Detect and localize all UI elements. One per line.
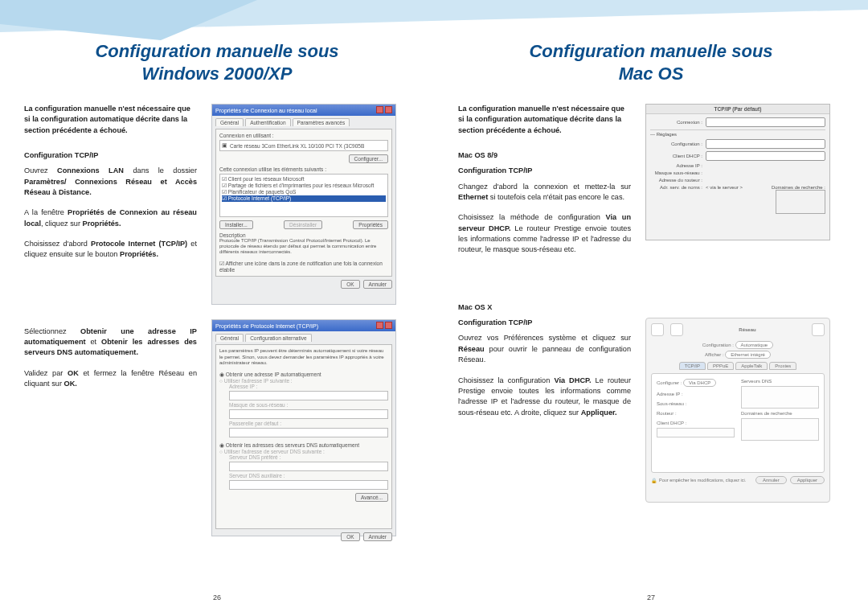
sel-conn [706, 117, 825, 127]
page-number-left: 26 [213, 593, 221, 602]
lbl-cli: Client DHCP : [650, 154, 702, 158]
para-l1: Ouvrez Connexions LAN dans le dossier Pa… [24, 166, 197, 198]
tab-tcpip: TCP/IP [679, 362, 706, 370]
cancel-button-2: Annuler [363, 532, 392, 541]
intro-left: La configuration manuelle n'est nécessai… [24, 104, 197, 136]
radio-static-ip: Utiliser l'adresse IP suivante : [219, 378, 388, 384]
heading-tcpip-mac89: Configuration TCP/IP [458, 166, 631, 176]
item-qos: Planificateur de paquets QoS [222, 189, 386, 195]
tab-general-2: Général [215, 334, 244, 342]
right-image-column: TCP/IP (Par défaut) Connexion : — Réglag… [645, 104, 830, 503]
fld-cli [706, 151, 825, 161]
radio-auto-dns: Obtenir les adresses des serveurs DNS au… [219, 442, 388, 449]
help-icon [376, 322, 383, 329]
lbl-location: Configuration : [702, 343, 734, 347]
page-left: Configuration manuelle sous Windows 2000… [0, 0, 434, 616]
nic-name: Carte réseau 3Com EtherLink XL 10/100 PC… [230, 143, 364, 149]
nic-icon: ▣ [222, 142, 227, 149]
close-icon [385, 322, 392, 329]
screenshot-macosx-network: Réseau Configuration : Automatique Affic… [645, 318, 830, 503]
sel-show: Ethernet intégré [725, 351, 771, 359]
close-icon [385, 106, 392, 113]
label-uses: Cette connexion utilise les éléments sui… [219, 166, 388, 172]
label-dns1: Serveur DNS préféré : [229, 454, 388, 460]
para-r1: Changez d'abord la connexion et mettez-l… [458, 182, 631, 203]
para-r3: Ouvrez vos Préférences système et clique… [458, 333, 631, 365]
mac-title: TCP/IP (Par défaut) [646, 105, 829, 114]
lbl-mask: Masque sous-réseau : [650, 170, 702, 175]
heading-tcpip-macx: Configuration TCP/IP [458, 318, 631, 328]
lbl-x-dom: Domaines de recherche [741, 411, 819, 416]
lbl-x-mask: Sous-réseau : [657, 401, 735, 406]
uninstall-button: Désinstaller [284, 220, 322, 229]
tab-general: Général [215, 118, 244, 126]
lbl-cfg: Configuration : [650, 142, 702, 146]
cancel-button: Annuler [363, 280, 392, 289]
val-dns: < via le serveur > [706, 185, 743, 190]
tab-auth: Authentification [245, 118, 290, 126]
apply-button: Appliquer [790, 476, 825, 484]
label-dns2: Serveur DNS auxiliaire : [229, 473, 388, 478]
install-button: Installer... [219, 220, 253, 229]
intro-right: La configuration manuelle n'est nécessai… [458, 104, 631, 136]
label-connection: Connexion en utilisant : [219, 133, 388, 138]
fld-x-dns [741, 386, 819, 409]
dialog-title-2: Propriétés de Protocole Internet (TCP/IP… [215, 323, 318, 329]
description-text: Protocole TCP/IP (Transmission Control P… [219, 238, 388, 256]
screenshot-tcpip-properties: Propriétés de Protocole Internet (TCP/IP… [211, 319, 396, 536]
heading-macosx: Mac OS X [458, 302, 631, 313]
label-mask: Masque de sous-réseau : [229, 402, 388, 408]
lbl-x-ip: Adresse IP : [657, 392, 735, 396]
lbl-dns: Adr. serv. de noms : [650, 185, 702, 190]
revert-button: Annuler [755, 476, 787, 484]
globe-icon [812, 323, 825, 336]
screenshot-macos89-tcpip: TCP/IP (Par défaut) Connexion : — Réglag… [645, 104, 830, 240]
heading-tcpip-win: Configuration TCP/IP [24, 150, 197, 161]
lbl-x-cfg: Configurer : [657, 380, 682, 385]
left-text-column: La configuration manuelle n'est nécessai… [24, 104, 197, 536]
lbl-x-router: Routeur : [657, 411, 735, 416]
para-r2: Choisissez la méthode de configuration V… [458, 212, 631, 255]
fld-x-cli [657, 428, 735, 437]
heading-macos89: Mac OS 8/9 [458, 150, 631, 161]
right-text-column: La configuration manuelle n'est nécessai… [458, 104, 631, 503]
notify-checkbox: Afficher une icône dans la zone de notif… [219, 261, 388, 273]
tab-altcfg: Configuration alternative [245, 334, 311, 342]
ok-button: OK [341, 280, 359, 289]
dialog-title: Propriétés de Connexion au réseau local [215, 108, 317, 113]
tab-appletalk: AppleTalk [735, 362, 768, 370]
item-share: Partage de fichiers et d'imprimantes pou… [222, 183, 386, 189]
lbl-conn: Connexion : [650, 120, 702, 125]
label-gateway: Passerelle par défaut : [229, 421, 388, 426]
tcpip-help-text: Les paramètres IP peuvent être déterminé… [219, 348, 388, 367]
radio-auto-ip: Obtenir une adresse IP automatiquement [219, 372, 388, 378]
sel-x-cfg: Via DHCP [683, 379, 716, 387]
lock-text: Pour empêcher les modifications, cliquez… [659, 478, 746, 483]
label-description: Description [219, 232, 388, 238]
screenshot-lan-properties: Propriétés de Connexion au réseau local … [211, 104, 396, 305]
sel-cfg [706, 139, 825, 149]
tab-proxies: Proxies [769, 362, 796, 370]
apps-icon [670, 323, 683, 336]
lbl-router: Adresse du routeur : [650, 178, 702, 183]
page-title-left: Configuration manuelle sous Windows 2000… [24, 40, 410, 84]
tab-adv: Paramètres avancés [293, 118, 350, 126]
item-tcpip: Protocole Internet (TCP/IP) [222, 195, 386, 202]
para-l2: A la fenêtre Propriétés de Connexion au … [24, 207, 197, 229]
page-title-right: Configuration manuelle sous Mac OS [458, 40, 844, 84]
back-icon [651, 323, 664, 336]
configure-button: Configurer... [349, 154, 388, 163]
radio-static-dns: Utiliser l'adresse de serveur DNS suivan… [219, 449, 388, 454]
properties-button: Propriétés [353, 220, 388, 229]
fld-x-dom [741, 418, 819, 441]
page-number-right: 27 [647, 593, 655, 602]
para-r4: Choisissez la configuration Via DHCP. Le… [458, 376, 631, 418]
sel-location: Automatique [735, 341, 774, 349]
para-l4: Sélectionnez Obtenir une adresse IP auto… [24, 326, 197, 359]
left-image-column: Propriétés de Connexion au réseau local … [211, 104, 396, 536]
lock-icon: 🔒 [651, 478, 657, 483]
para-l5: Validez par OK et fermez la fenêtre Rése… [24, 368, 197, 390]
help-icon [376, 106, 383, 113]
page-right: Configuration manuelle sous Mac OS La co… [434, 0, 868, 616]
lbl-show: Afficher : [705, 352, 724, 357]
